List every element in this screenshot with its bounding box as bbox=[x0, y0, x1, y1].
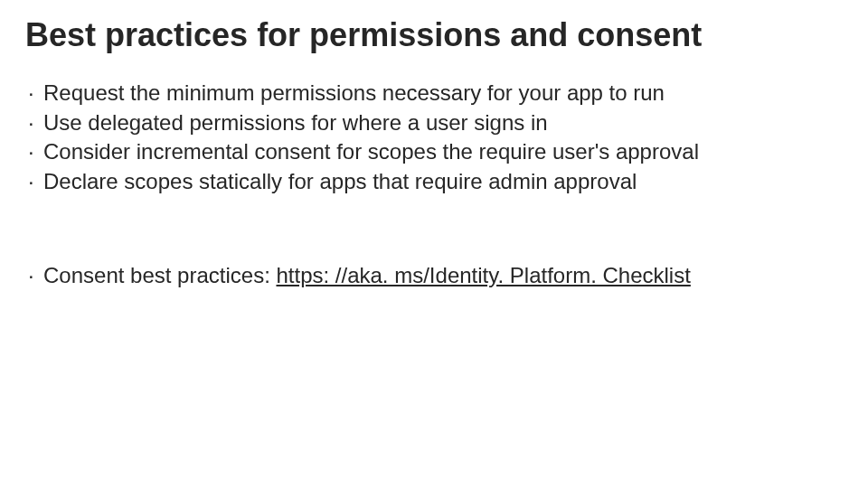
footer-prefix: Consent best practices: bbox=[43, 263, 276, 287]
list-item: Use delegated permissions for where a us… bbox=[25, 108, 843, 137]
list-item: Request the minimum permissions necessar… bbox=[25, 79, 843, 108]
footer-list: Consent best practices: https: //aka. ms… bbox=[25, 261, 843, 290]
footer-link[interactable]: https: //aka. ms/Identity. Platform. Che… bbox=[276, 263, 690, 287]
bullet-list: Request the minimum permissions necessar… bbox=[25, 79, 843, 196]
footer-item: Consent best practices: https: //aka. ms… bbox=[25, 261, 843, 290]
slide: Best practices for permissions and conse… bbox=[0, 0, 868, 488]
list-item: Declare scopes statically for apps that … bbox=[25, 167, 843, 196]
slide-title: Best practices for permissions and conse… bbox=[25, 16, 843, 53]
spacer bbox=[25, 196, 843, 261]
list-item: Consider incremental consent for scopes … bbox=[25, 137, 843, 166]
